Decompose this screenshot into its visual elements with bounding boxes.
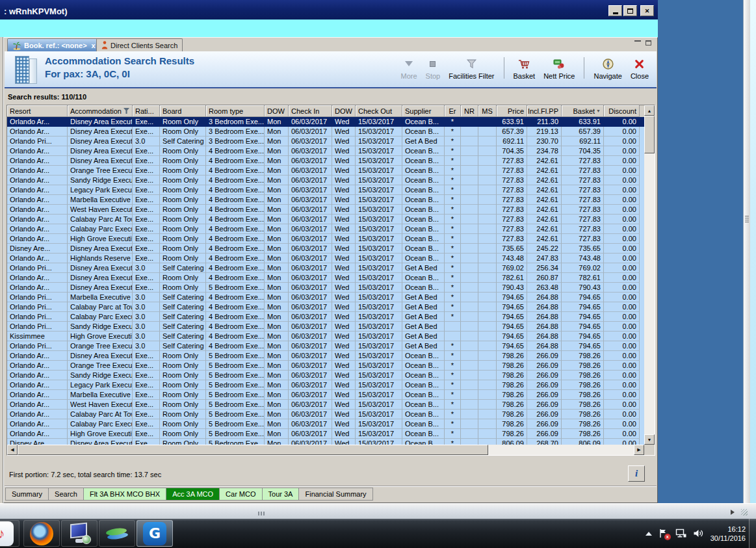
table-row[interactable]: Orlando Pri...Orange Tree Executi...3.0S…	[7, 341, 644, 351]
table-row[interactable]: Orlando Ar...West Haven Executi...Exe...…	[7, 400, 644, 410]
column-header-check_in[interactable]: Check In	[289, 105, 332, 117]
table-row[interactable]: Orlando Ar...High Grove Executiv...Exe..…	[7, 234, 644, 244]
show-hidden-icons-icon[interactable]	[645, 532, 652, 536]
bottom-tab-acc-3a-mco[interactable]: Acc 3A MCO	[166, 488, 220, 501]
column-header-dow_in[interactable]: DOW	[265, 105, 289, 117]
show-desktop-button[interactable]	[749, 519, 756, 548]
bottom-tab-flt-3a-bhx-mco-bhx[interactable]: Flt 3A BHX MCO BHX	[84, 488, 166, 501]
facilities-filter-button[interactable]: Facilities Filter	[449, 56, 494, 80]
column-header-basket[interactable]: Basket▼	[562, 105, 604, 117]
taskbar-clock[interactable]: 16:12 30/11/2016	[710, 525, 746, 543]
table-row[interactable]: Orlando Ar...Legacy Park Executiv...Exe.…	[7, 380, 644, 390]
table-row[interactable]: Orlando Pri...Calabay Parc at Tow...3.0S…	[7, 302, 644, 312]
bottom-tab-financial-summary[interactable]: Financial Summary	[299, 488, 372, 501]
collapse-pane-icon[interactable]	[634, 40, 641, 43]
table-row[interactable]: Orlando Ar...Sandy Ridge Executi...Exe..…	[7, 371, 644, 380]
table-row[interactable]: Orlando Pri...Sandy Ridge Executi...3.0S…	[7, 322, 644, 332]
taskbar-music-app-button[interactable]: ♪	[0, 520, 20, 547]
navigate-button[interactable]: Navigate	[593, 56, 621, 80]
column-header-nr[interactable]: NR	[461, 105, 478, 117]
table-row[interactable]: Orlando Ar...Calabay Parc At Tow...Exe..…	[7, 215, 644, 224]
restore-pane-icon[interactable]	[645, 40, 651, 46]
column-filter-icon[interactable]	[124, 108, 129, 114]
volume-icon[interactable]	[693, 528, 704, 538]
taskbar-firefox-button[interactable]	[23, 520, 60, 547]
scroll-up-button[interactable]: ▲	[644, 105, 655, 116]
table-row[interactable]: Orlando Ar...Sandy Ridge Executi...Exe..…	[7, 176, 644, 185]
vertical-splitter[interactable]	[743, 0, 750, 514]
table-row[interactable]: Orlando Ar...High Grove Executiv...Exe..…	[7, 429, 644, 439]
close-results-button[interactable]: Close	[631, 56, 649, 80]
table-row[interactable]: Orlando Pri...Disney Area Executiv...3.0…	[7, 137, 644, 146]
footer-scroll-right-icon[interactable]	[731, 510, 735, 515]
basket-button[interactable]: Basket	[514, 56, 536, 80]
cell-supplier: Ocean B...	[402, 273, 445, 283]
horizontal-splitter-grip-icon[interactable]	[258, 512, 265, 515]
column-header-er[interactable]: Er	[445, 105, 461, 117]
action-center-flag-icon[interactable]: x	[658, 528, 669, 539]
tab-booking-ref[interactable]: Book. ref.: <none> x	[7, 38, 101, 51]
horizontal-scrollbar[interactable]: ◀ ▶	[7, 445, 644, 455]
bottom-tab-search[interactable]: Search	[49, 488, 84, 501]
table-row[interactable]: Orlando Ar...Disney Area Executiv...Exe.…	[7, 127, 644, 137]
table-row[interactable]: Orlando Pri...Calabay Parc Executi...3.0…	[7, 312, 644, 322]
column-header-accommodation[interactable]: Accommodation	[68, 105, 133, 117]
column-header-supplier[interactable]: Supplier	[402, 105, 445, 117]
table-row[interactable]: Orlando Ar...Orange Tree Executi...Exe..…	[7, 166, 644, 176]
scroll-down-button[interactable]: ▼	[644, 434, 655, 445]
tab-direct-clients-search[interactable]: Direct Clients Search	[96, 38, 183, 51]
cell-rating: 3.0	[133, 332, 160, 341]
table-row[interactable]: Orlando Ar...Calabay Parc At Tow...Exe..…	[7, 410, 644, 419]
bottom-tab-tour-3a[interactable]: Tour 3A	[263, 488, 300, 501]
table-row[interactable]: Orlando Ar...Calabay Parc Executi...Exe.…	[7, 224, 644, 234]
scroll-left-button[interactable]: ◀	[7, 445, 18, 455]
column-header-room_type[interactable]: Room type	[206, 105, 265, 117]
table-row[interactable]: Orlando Ar...Marbella Executive H...Exe.…	[7, 390, 644, 400]
splitter-grip-icon[interactable]	[745, 216, 749, 222]
info-button[interactable]: i	[628, 465, 645, 482]
network-icon[interactable]	[675, 528, 686, 538]
bottom-tab-summary[interactable]: Summary	[5, 488, 49, 501]
column-header-resort[interactable]: Resort	[7, 105, 68, 117]
table-row[interactable]: Disney Are...Disney Area Executiv...Exe.…	[7, 439, 644, 445]
column-header-board[interactable]: Board	[160, 105, 206, 117]
column-header-incl_fl_pp[interactable]: Incl.Fl.PP	[527, 105, 562, 117]
table-row[interactable]: Orlando Ar...Disney Area Executiv...Exe.…	[7, 146, 644, 156]
column-header-rating[interactable]: Rati...	[133, 105, 160, 117]
close-window-button[interactable]: ✕	[640, 5, 654, 16]
table-row[interactable]: Orlando Ar...Orange Tree Executi...Exe..…	[7, 361, 644, 371]
taskbar-swoosh-app-button[interactable]	[99, 520, 135, 547]
table-row[interactable]: Orlando Ar...Calabay Parc Executi...Exe.…	[7, 419, 644, 429]
table-row[interactable]: Orlando Ar...Legacy Park Executiv...Exe.…	[7, 185, 644, 195]
column-header-price[interactable]: Price	[497, 105, 527, 117]
scroll-right-button[interactable]: ▶	[634, 445, 644, 455]
table-row[interactable]: Orlando Ar...West Haven Executi...Exe...…	[7, 205, 644, 215]
taskbar-remote-desktop-button[interactable]	[61, 520, 98, 547]
table-row[interactable]: KissimmeeHigh Grove Executiv...3.0Self C…	[7, 332, 644, 341]
table-row[interactable]: Orlando Ar...Disney Area Executiv...Exe.…	[7, 351, 644, 361]
column-header-check_out[interactable]: Check Out	[356, 105, 402, 117]
column-header-dow_out[interactable]: DOW	[332, 105, 356, 117]
table-row[interactable]: Orlando Pri...Disney Area Executiv...3.0…	[7, 263, 644, 273]
vertical-scrollbar[interactable]: ▲ ▼	[644, 105, 655, 445]
table-row[interactable]: Orlando Pri...Marbella Executive H...3.0…	[7, 293, 644, 302]
column-header-discount[interactable]: Discount	[604, 105, 640, 117]
maximize-button[interactable]	[623, 5, 637, 16]
tab-close-icon[interactable]: x	[92, 42, 96, 49]
nett-price-button[interactable]: Nett Price	[543, 56, 575, 80]
table-row[interactable]: Orlando Ar...Disney Area Executiv...Exe.…	[7, 156, 644, 166]
bottom-tab-car-mco[interactable]: Car MCO	[220, 488, 262, 501]
horizontal-scroll-thumb[interactable]	[18, 445, 488, 455]
cell-board: Room Only	[160, 390, 206, 400]
vertical-scroll-thumb[interactable]	[644, 116, 655, 153]
table-row[interactable]: Disney Are...Disney Area Executiv...Exe.…	[7, 244, 644, 254]
table-row[interactable]: Orlando Ar...Disney Area Executiv...Exe.…	[7, 273, 644, 283]
table-row[interactable]: Orlando Ar...Disney Area Executiv...Exe.…	[7, 283, 644, 293]
table-row[interactable]: Orlando Ar...Highlands Reserve E...Exe..…	[7, 254, 644, 263]
taskbar-g-app-button-active[interactable]: G	[137, 520, 173, 547]
minimize-button[interactable]	[608, 5, 622, 16]
column-header-ms[interactable]: MS	[478, 105, 497, 117]
resize-grip-icon[interactable]	[741, 509, 748, 515]
table-row[interactable]: Orlando Ar...Marbella Executive H...Exe.…	[7, 195, 644, 205]
table-row[interactable]: Orlando Ar...Disney Area Executiv...Exe.…	[7, 117, 644, 127]
